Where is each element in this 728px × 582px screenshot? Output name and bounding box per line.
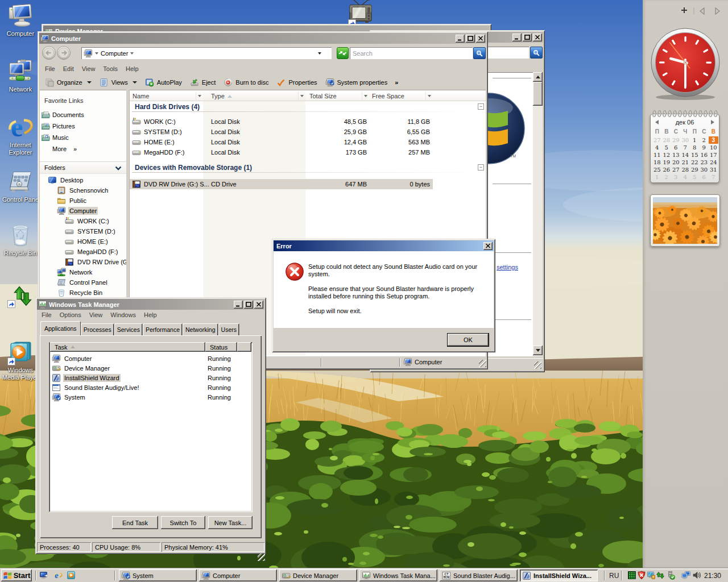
taskbar-window-button[interactable]: Windows Task Mana... — [359, 569, 437, 581]
quicklaunch-internet-explorer-icon[interactable] — [53, 571, 63, 580]
back-button[interactable] — [43, 47, 56, 60]
calendar-date-cell[interactable]: 4 — [652, 144, 662, 151]
calendar-date-cell[interactable]: 27 — [671, 166, 681, 173]
tree-item[interactable]: Recycle Bin — [40, 288, 126, 298]
refresh-button[interactable] — [337, 47, 349, 59]
calendar-date-cell[interactable]: 20 — [671, 159, 681, 166]
task-manager-titlebar[interactable]: Windows Task Manager — [37, 299, 264, 310]
calendar-date-cell[interactable]: 3 — [709, 136, 718, 144]
calendar-date-cell[interactable]: 6 — [671, 144, 681, 151]
calendar-date-cell[interactable]: 28 — [662, 136, 672, 144]
quicklaunch-media-player-icon[interactable] — [67, 571, 76, 580]
toolbar-overflow-chevron[interactable]: » — [391, 79, 402, 86]
calendar-date-cell[interactable]: 22 — [690, 159, 700, 166]
calendar-date-cell[interactable]: 10 — [709, 144, 718, 151]
calendar-date-cell[interactable]: 30 — [681, 136, 690, 144]
maximize-button[interactable] — [244, 301, 253, 309]
drive-row[interactable]: SYSTEM (D:) Local Disk 25,9 GB 6,55 GB — [130, 127, 433, 137]
tray-security-alert-icon[interactable] — [637, 571, 646, 580]
system-search-button[interactable] — [530, 47, 543, 59]
close-button[interactable] — [476, 35, 485, 43]
toolbar-button[interactable]: Eject — [186, 76, 220, 89]
calendar-date-cell[interactable]: 2 — [662, 173, 672, 181]
listview-header-task[interactable]: Task — [50, 342, 205, 352]
calendar-date-cell[interactable]: 6 — [700, 173, 709, 181]
tree-item[interactable]: Network — [40, 267, 126, 277]
tree-item[interactable]: MegaHDD (F:) — [40, 247, 126, 257]
column-header-name[interactable]: Name — [130, 92, 203, 101]
calendar-date-cell[interactable]: 1 — [652, 173, 662, 181]
settings-link[interactable]: settings — [497, 264, 518, 271]
calendar-date-cell[interactable]: 24 — [709, 159, 718, 166]
calendar-date-cell[interactable]: 4 — [681, 173, 690, 181]
tree-item[interactable]: Computer — [40, 206, 126, 216]
menu-item[interactable]: File — [38, 310, 56, 320]
calendar-next-month-button[interactable] — [711, 120, 714, 124]
task-manager-window[interactable]: Windows Task Manager FileOptionsViewWind… — [35, 297, 266, 554]
address-location[interactable]: Computer — [101, 50, 128, 57]
calendar-date-cell[interactable]: 12 — [662, 151, 672, 159]
taskbar-window-button[interactable]: InstallShield Wiza... — [520, 569, 598, 581]
calendar-date-cell[interactable]: 2 — [700, 136, 709, 144]
tray-volume-icon[interactable] — [692, 571, 701, 580]
menu-item[interactable]: Help — [122, 64, 143, 74]
tree-item[interactable]: Desktop — [40, 175, 126, 185]
calendar-date-cell[interactable]: 14 — [681, 151, 690, 159]
column-header-type[interactable]: Type — [203, 92, 305, 101]
close-button[interactable] — [254, 301, 263, 309]
menu-item[interactable]: Edit — [59, 64, 78, 74]
close-button[interactable] — [483, 242, 493, 250]
resize-grip[interactable] — [479, 360, 486, 367]
desktop-icon-computer[interactable]: Computer — [2, 3, 39, 38]
tab[interactable]: Users — [218, 323, 239, 335]
listview-header-status[interactable]: Status — [205, 342, 237, 352]
maximize-button[interactable] — [466, 35, 475, 43]
column-filter-dropdown[interactable] — [425, 92, 433, 100]
calendar-date-cell[interactable]: 30 — [700, 166, 709, 173]
task-row[interactable]: InstallShield Wizard Running — [50, 373, 254, 383]
calendar-date-cell[interactable]: 13 — [671, 151, 681, 159]
ok-button[interactable]: OK — [447, 333, 489, 347]
taskbar-window-button[interactable]: Device Manager — [279, 569, 357, 581]
calendar-date-cell[interactable]: 16 — [700, 151, 709, 159]
desktop-icon-windows-media-player[interactable]: Windows Media Player — [2, 340, 39, 381]
error-dialog-titlebar[interactable]: Error — [274, 240, 494, 251]
column-filter-dropdown[interactable] — [298, 92, 305, 100]
next-page-button[interactable] — [715, 8, 719, 14]
resize-grip[interactable] — [534, 361, 541, 369]
forward-button[interactable] — [57, 47, 71, 60]
start-button[interactable]: Start — [1, 569, 32, 581]
drive-row[interactable]: WORK (C:) Local Disk 48,5 GB 11,8 GB — [130, 117, 433, 127]
calendar-date-cell[interactable]: 9 — [700, 144, 709, 151]
desktop-icon-tv[interactable] — [347, 0, 374, 24]
scroll-down-button[interactable] — [533, 346, 543, 355]
menu-item[interactable]: Help — [140, 310, 161, 320]
scroll-up-button[interactable] — [533, 72, 543, 82]
tree-item[interactable]: Schensnovich — [40, 185, 126, 196]
clock-gadget[interactable] — [650, 25, 721, 101]
switch-to-button[interactable]: Switch To — [161, 516, 205, 529]
search-button[interactable] — [473, 47, 486, 59]
task-row[interactable]: Sound Blaster Audigy/Live! Running — [50, 383, 254, 392]
calendar-date-cell[interactable]: 26 — [662, 166, 672, 173]
calendar-date-cell[interactable]: 31 — [709, 166, 718, 173]
toolbar-button[interactable]: System properties — [321, 76, 392, 89]
calendar-date-cell[interactable]: 21 — [681, 159, 690, 166]
calendar-date-cell[interactable]: 7 — [709, 173, 718, 181]
column-filter-dropdown[interactable] — [196, 92, 203, 100]
tab[interactable]: Services — [114, 323, 143, 335]
calendar-date-cell[interactable]: 11 — [652, 151, 662, 159]
tab[interactable]: Processes — [81, 323, 114, 335]
calendar-date-cell[interactable]: 29 — [671, 136, 681, 144]
resize-grip[interactable] — [258, 554, 265, 561]
slideshow-gadget[interactable] — [650, 194, 720, 247]
desktop-icon-updown-arrows-shortcut[interactable] — [2, 284, 39, 307]
end-task-button[interactable]: End Task — [112, 516, 158, 529]
taskbar-window-button[interactable]: Sound Blaster Audig... — [440, 569, 518, 581]
system-scrollbar[interactable] — [533, 72, 543, 356]
calendar-date-cell[interactable]: 25 — [652, 166, 662, 173]
calendar-gadget[interactable]: дек 06 ПВСЧПСВ 2728293012345678910111213… — [650, 114, 719, 183]
language-indicator[interactable]: RU — [609, 572, 619, 580]
address-bar[interactable]: Computer — [81, 47, 332, 59]
calendar-date-cell[interactable]: 8 — [690, 144, 700, 151]
